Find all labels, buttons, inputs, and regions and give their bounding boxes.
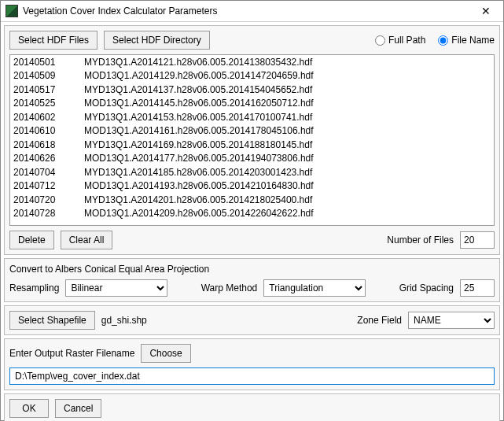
select-hdf-files-button[interactable]: Select HDF Files (9, 31, 97, 50)
file-date-cell: 20140712 (10, 179, 81, 194)
warp-select[interactable]: Triangulation (263, 279, 366, 297)
main-window: Vegetation Cover Index Calculator Parame… (0, 0, 504, 421)
window-title: Vegetation Cover Index Calculator Parame… (23, 6, 470, 17)
file-date-cell: 20140610 (10, 124, 81, 138)
shapefile-panel: Select Shapefile gd_shi.shp Zone Field N… (4, 305, 500, 335)
select-shapefile-button[interactable]: Select Shapefile (9, 311, 95, 330)
file-name-cell: MYD13Q1.A2014169.h28v06.005.201418818014… (81, 138, 494, 152)
file-date-cell: 20140728 (10, 207, 81, 221)
table-row[interactable]: 20140525MOD13Q1.A2014145.h28v06.005.2014… (10, 97, 494, 111)
file-list[interactable]: 20140501MYD13Q1.A2014121.h28v06.005.2014… (9, 54, 495, 226)
file-name-cell: MOD13Q1.A2014161.h28v06.005.201417804510… (81, 124, 494, 138)
ok-button[interactable]: OK (9, 399, 49, 418)
select-hdf-directory-button[interactable]: Select HDF Directory (104, 31, 210, 50)
file-date-cell: 20140525 (10, 97, 81, 111)
table-row[interactable]: 20140602MYD13Q1.A2014153.h28v06.005.2014… (10, 110, 494, 124)
projection-panel: Convert to Albers Conical Equal Area Pro… (4, 258, 500, 302)
files-panel: Select HDF Files Select HDF Directory Fu… (4, 25, 500, 255)
table-row[interactable]: 20140509MOD13Q1.A2014129.h28v06.005.2014… (10, 69, 494, 83)
table-row[interactable]: 20140517MYD13Q1.A2014137.h28v06.005.2014… (10, 83, 494, 97)
file-name-radio[interactable]: File Name (438, 35, 495, 46)
file-date-cell: 20140720 (10, 193, 81, 207)
file-name-radio-input[interactable] (438, 35, 448, 46)
grid-spacing-input[interactable] (460, 279, 495, 297)
full-path-radio[interactable]: Full Path (375, 35, 425, 46)
table-row[interactable]: 20140728MOD13Q1.A2014209.h28v06.005.2014… (10, 207, 494, 221)
content-area: Select HDF Files Select HDF Directory Fu… (1, 22, 503, 421)
num-files-label: Number of Files (387, 235, 454, 246)
table-row[interactable]: 20140626MOD13Q1.A2014177.h28v06.005.2014… (10, 152, 494, 166)
file-name-cell: MYD13Q1.A2014201.h28v06.005.201421802540… (81, 193, 494, 207)
file-date-cell: 20140618 (10, 138, 81, 152)
titlebar: Vegetation Cover Index Calculator Parame… (1, 1, 503, 22)
file-name-cell: MOD13Q1.A2014193.h28v06.005.201421016483… (81, 179, 494, 194)
full-path-radio-input[interactable] (375, 35, 385, 46)
table-row[interactable]: 20140501MYD13Q1.A2014121.h28v06.005.2014… (10, 55, 494, 69)
file-date-cell: 20140626 (10, 152, 81, 166)
file-date-cell: 20140602 (10, 110, 81, 124)
output-label: Enter Output Raster Filename (9, 348, 134, 359)
file-date-cell: 20140517 (10, 83, 81, 97)
actions-panel: OK Cancel (4, 393, 500, 421)
close-button[interactable]: ✕ (470, 1, 502, 21)
table-row[interactable]: 20140712MOD13Q1.A2014193.h28v06.005.2014… (10, 179, 494, 194)
file-name-cell: MYD13Q1.A2014137.h28v06.005.201415404565… (81, 83, 494, 97)
table-row[interactable]: 20140610MOD13Q1.A2014161.h28v06.005.2014… (10, 124, 494, 138)
table-row[interactable]: 20140618MYD13Q1.A2014169.h28v06.005.2014… (10, 138, 494, 152)
file-name-cell: MOD13Q1.A2014145.h28v06.005.201416205071… (81, 97, 494, 111)
num-files-value[interactable] (460, 231, 495, 249)
resampling-select[interactable]: Bilinear (65, 279, 167, 297)
projection-title: Convert to Albers Conical Equal Area Pro… (9, 264, 495, 275)
file-name-cell: MYD13Q1.A2014153.h28v06.005.201417010074… (81, 110, 494, 124)
file-name-cell: MOD13Q1.A2014177.h28v06.005.201419407380… (81, 152, 494, 166)
file-name-cell: MYD13Q1.A2014185.h28v06.005.201420300142… (81, 165, 494, 179)
delete-button[interactable]: Delete (9, 231, 54, 249)
warp-label: Warp Method (201, 283, 258, 294)
file-date-cell: 20140509 (10, 69, 81, 83)
zone-field-select[interactable]: NAME (408, 312, 495, 329)
file-name-cell: MOD13Q1.A2014209.h28v06.005.201422604262… (81, 207, 494, 221)
shapefile-name: gd_shi.shp (101, 315, 147, 326)
output-path-input[interactable] (9, 367, 495, 385)
full-path-label: Full Path (388, 35, 425, 46)
file-date-cell: 20140704 (10, 165, 81, 179)
file-name-cell: MYD13Q1.A2014121.h28v06.005.201413803543… (81, 55, 494, 69)
file-name-cell: MOD13Q1.A2014129.h28v06.005.201414720465… (81, 69, 494, 83)
path-mode-radio-group: Full Path File Name (375, 35, 495, 46)
grid-spacing-label: Grid Spacing (399, 283, 454, 294)
resampling-label: Resampling (9, 283, 59, 294)
choose-button[interactable]: Choose (141, 344, 190, 363)
clear-all-button[interactable]: Clear All (61, 231, 113, 249)
zone-field-label: Zone Field (357, 315, 402, 326)
table-row[interactable]: 20140704MYD13Q1.A2014185.h28v06.005.2014… (10, 165, 494, 179)
output-panel: Enter Output Raster Filename Choose (4, 338, 500, 390)
table-row[interactable]: 20140720MYD13Q1.A2014201.h28v06.005.2014… (10, 193, 494, 207)
cancel-button[interactable]: Cancel (55, 399, 101, 418)
app-icon (6, 5, 18, 17)
file-name-label: File Name (451, 35, 495, 46)
file-date-cell: 20140501 (10, 55, 81, 69)
